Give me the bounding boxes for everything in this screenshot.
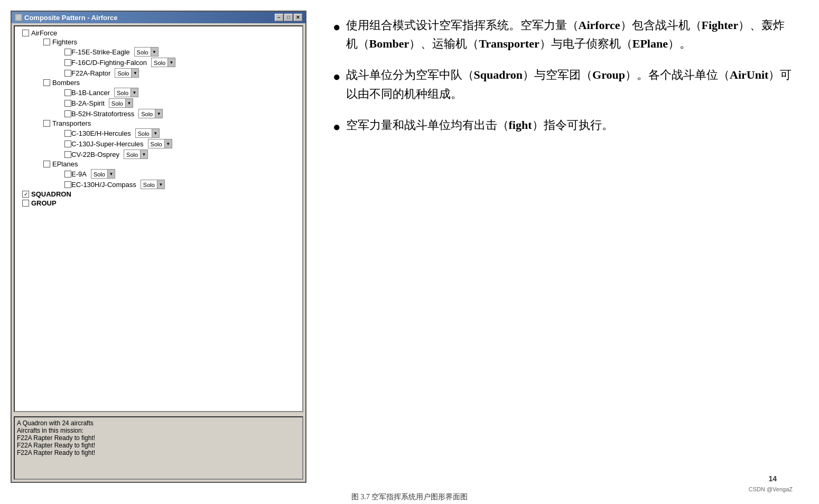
window-title: Composite Pattern - Airforce (24, 14, 118, 22)
plane-b2a: B-2A-Spirit Solo ▼ (64, 98, 300, 108)
b52h-solo-value: Solo (138, 109, 155, 118)
transporters-label: Transporters (52, 119, 91, 127)
f22-solo-arrow[interactable]: ▼ (132, 68, 139, 78)
app-window: □ Composite Pattern - Airforce − □ ✕ Air… (11, 11, 306, 483)
c130eh-solo-arrow[interactable]: ▼ (152, 128, 160, 138)
restore-button[interactable]: □ (284, 14, 293, 21)
f16-solo-value: Solo (151, 58, 168, 67)
b1b-solo-arrow[interactable]: ▼ (131, 88, 138, 97)
c130eh-solo-dropdown[interactable]: Solo ▼ (135, 128, 160, 138)
squadron-label: SQUADRON (31, 190, 71, 198)
plane-b52h: B-52H-Stratofortress Solo ▼ (64, 108, 300, 119)
tree-group-eplanes: EPlanes (43, 160, 300, 169)
figure-caption: 图 3.7 空军指挥系统用户图形界面图 (351, 493, 468, 501)
e9a-solo-arrow[interactable]: ▼ (108, 169, 115, 179)
plane-f15: F-15E-Strike-Eagle Solo ▼ (64, 46, 300, 57)
b2a-solo-arrow[interactable]: ▼ (126, 98, 133, 108)
plane-f16: F-16C/D-Fighting-Falcon Solo ▼ (64, 57, 300, 68)
ec130hj-solo-dropdown[interactable]: Solo ▼ (141, 180, 165, 189)
output-line-2: Aircrafts in this mission: (17, 427, 300, 434)
f15-checkbox[interactable] (64, 49, 71, 55)
b1b-label: B-1B-Lancer (71, 89, 110, 97)
b52h-solo-dropdown[interactable]: Solo ▼ (138, 109, 163, 118)
e9a-checkbox[interactable] (64, 171, 71, 178)
bullet-dot-3: ● (333, 117, 341, 137)
f15-solo-arrow[interactable]: ▼ (151, 47, 159, 57)
bombers-checkbox[interactable] (43, 79, 50, 86)
group-checkbox[interactable] (22, 200, 29, 207)
f15-solo-dropdown[interactable]: Solo ▼ (134, 47, 159, 57)
ec130hj-solo-arrow[interactable]: ▼ (157, 180, 165, 189)
bullet-item-2: ● 战斗单位分为空军中队（Squadron）与空军团（Group）。各个战斗单位… (333, 66, 793, 102)
plane-c130eh: C-130E/H-Hercules Solo ▼ (64, 128, 300, 138)
app-icon: □ (15, 14, 22, 21)
e9a-solo-dropdown[interactable]: Solo ▼ (91, 169, 115, 179)
f16-checkbox[interactable] (64, 59, 71, 66)
close-button[interactable]: ✕ (294, 14, 302, 21)
c130eh-solo-value: Solo (135, 128, 152, 138)
c130eh-checkbox[interactable] (64, 130, 71, 137)
b52h-solo-arrow[interactable]: ▼ (155, 109, 163, 118)
f16-label: F-16C/D-Fighting-Falcon (71, 59, 147, 67)
b1b-checkbox[interactable] (64, 89, 71, 96)
eplanes-label: EPlanes (52, 160, 78, 168)
f22-checkbox[interactable] (64, 70, 71, 77)
plane-ec130hj: EC-130H/J-Compass Solo ▼ (64, 179, 300, 190)
f15-solo-value: Solo (134, 47, 151, 57)
cv22b-solo-arrow[interactable]: ▼ (141, 150, 148, 159)
output-line-4: F22A Rapter Ready to fight! (17, 442, 300, 449)
right-panel: ● 使用组合模式设计空军指挥系统。空军力量（Airforce）包含战斗机（Fig… (322, 11, 803, 483)
f16-solo-dropdown[interactable]: Solo ▼ (151, 58, 175, 67)
ec130hj-checkbox[interactable] (64, 181, 71, 188)
output-area[interactable]: A Quadron with 24 aircrafts Aircrafts in… (14, 416, 303, 480)
b1b-solo-dropdown[interactable]: Solo ▼ (114, 88, 138, 97)
tree-scroll-area[interactable]: AirForce Fighters F-15E-Strike-Eagle Sol… (14, 25, 303, 412)
f22-solo-value: Solo (115, 68, 132, 78)
bullet-text-3: 空军力量和战斗单位均有出击（fight）指令可执行。 (346, 116, 793, 134)
bombers-label: Bombers (52, 79, 80, 87)
cv22b-checkbox[interactable] (64, 151, 71, 158)
bullet-list: ● 使用组合模式设计空军指挥系统。空军力量（Airforce）包含战斗机（Fig… (333, 16, 793, 150)
f22-solo-dropdown[interactable]: Solo ▼ (115, 68, 139, 78)
window-body: AirForce Fighters F-15E-Strike-Eagle Sol… (12, 23, 305, 482)
b1b-solo-value: Solo (114, 88, 131, 97)
tree-unit-squadron: SQUADRON (22, 190, 300, 199)
b2a-solo-dropdown[interactable]: Solo ▼ (109, 98, 133, 108)
plane-e9a: E-9A Solo ▼ (64, 169, 300, 179)
c130j-solo-arrow[interactable]: ▼ (165, 139, 172, 148)
tree-group-fighters: Fighters (43, 38, 300, 46)
c130eh-label: C-130E/H-Hercules (71, 129, 131, 137)
title-bar: □ Composite Pattern - Airforce − □ ✕ (12, 12, 305, 23)
b52h-label: B-52H-Stratofortress (71, 110, 134, 118)
b2a-checkbox[interactable] (64, 100, 71, 107)
squadron-checkbox[interactable] (22, 191, 29, 198)
c130j-solo-value: Solo (148, 139, 165, 148)
bullet-item-3: ● 空军力量和战斗单位均有出击（fight）指令可执行。 (333, 116, 793, 137)
plane-cv22b: CV-22B-Osprey Solo ▼ (64, 149, 300, 160)
airforce-checkbox[interactable] (22, 30, 29, 36)
cv22b-solo-dropdown[interactable]: Solo ▼ (124, 150, 148, 159)
e9a-solo-value: Solo (91, 169, 108, 179)
bullet-dot-2: ● (333, 67, 341, 87)
transporters-checkbox[interactable] (43, 120, 50, 127)
c130j-checkbox[interactable] (64, 141, 71, 147)
fighters-checkbox[interactable] (43, 39, 50, 45)
minimize-button[interactable]: − (275, 14, 283, 21)
tree-root: AirForce (22, 29, 300, 38)
b52h-checkbox[interactable] (64, 110, 71, 117)
plane-c130j: C-130J-Super-Hercules Solo ▼ (64, 138, 300, 149)
page-number: 14 (768, 474, 777, 483)
b2a-solo-value: Solo (109, 98, 126, 108)
f15-label: F-15E-Strike-Eagle (71, 48, 130, 56)
output-line-5: F22A Rapter Ready to fight! (17, 449, 300, 456)
c130j-label: C-130J-Super-Hercules (71, 140, 144, 148)
c130j-solo-dropdown[interactable]: Solo ▼ (148, 139, 172, 148)
f16-solo-arrow[interactable]: ▼ (168, 58, 175, 67)
eplanes-checkbox[interactable] (43, 161, 50, 167)
fighters-label: Fighters (52, 38, 77, 46)
window-controls: − □ ✕ (275, 14, 302, 21)
bullet-item-1: ● 使用组合模式设计空军指挥系统。空军力量（Airforce）包含战斗机（Fig… (333, 16, 793, 53)
footer: 图 3.7 空军指挥系统用户图形界面图 14 CSDN @VengaZ (0, 488, 819, 504)
output-line-3: F22A Rapter Ready to fight! (17, 434, 300, 442)
bullet-text-1: 使用组合模式设计空军指挥系统。空军力量（Airforce）包含战斗机（Fight… (346, 16, 793, 53)
